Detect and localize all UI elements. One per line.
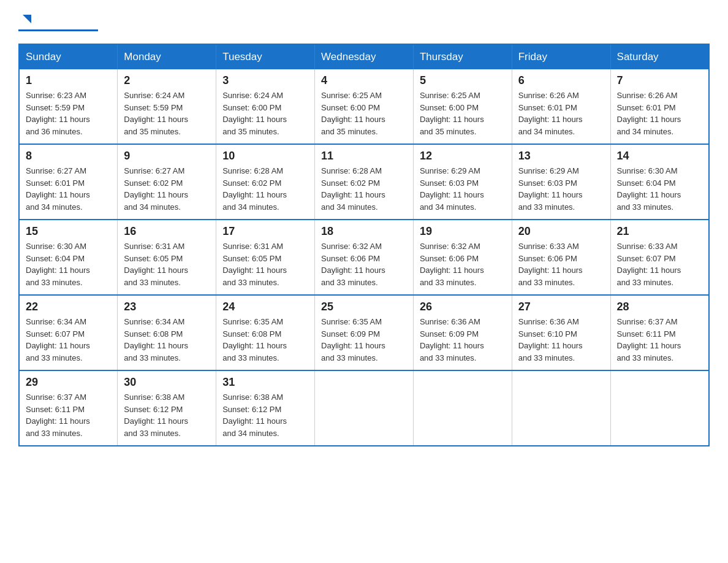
day-number: 2: [124, 74, 210, 87]
day-info: Sunrise: 6:29 AM Sunset: 6:03 PM Dayligh…: [420, 165, 506, 213]
header-row: SundayMondayTuesdayWednesdayThursdayFrid…: [19, 44, 709, 69]
logo: [18, 12, 98, 31]
week-row-5: 29 Sunrise: 6:37 AM Sunset: 6:11 PM Dayl…: [19, 370, 709, 446]
calendar-cell: [315, 370, 414, 446]
logo-arrow-icon: [20, 12, 34, 28]
day-number: 14: [617, 150, 702, 163]
day-info: Sunrise: 6:23 AM Sunset: 5:59 PM Dayligh…: [26, 90, 111, 137]
day-info: Sunrise: 6:36 AM Sunset: 6:09 PM Dayligh…: [420, 316, 506, 364]
day-number: 23: [124, 301, 210, 313]
day-info: Sunrise: 6:33 AM Sunset: 6:07 PM Dayligh…: [617, 240, 702, 288]
calendar-cell: 14 Sunrise: 6:30 AM Sunset: 6:04 PM Dayl…: [610, 144, 709, 220]
day-header-thursday: Thursday: [413, 44, 512, 69]
calendar-cell: 5 Sunrise: 6:25 AM Sunset: 6:00 PM Dayli…: [413, 69, 512, 144]
day-number: 18: [321, 225, 407, 238]
day-number: 27: [518, 301, 604, 313]
calendar-cell: 22 Sunrise: 6:34 AM Sunset: 6:07 PM Dayl…: [19, 295, 118, 370]
day-number: 10: [222, 150, 308, 163]
day-number: 30: [124, 376, 210, 389]
week-row-1: 1 Sunrise: 6:23 AM Sunset: 5:59 PM Dayli…: [19, 69, 709, 144]
day-number: 12: [420, 150, 506, 163]
day-number: 28: [617, 301, 702, 313]
day-number: 13: [518, 150, 604, 163]
logo-underline: [18, 29, 98, 31]
calendar-cell: 4 Sunrise: 6:25 AM Sunset: 6:00 PM Dayli…: [315, 69, 414, 144]
day-info: Sunrise: 6:36 AM Sunset: 6:10 PM Dayligh…: [518, 316, 604, 364]
calendar-cell: 27 Sunrise: 6:36 AM Sunset: 6:10 PM Dayl…: [512, 295, 610, 370]
day-info: Sunrise: 6:33 AM Sunset: 6:06 PM Dayligh…: [518, 240, 604, 288]
day-info: Sunrise: 6:30 AM Sunset: 6:04 PM Dayligh…: [26, 240, 111, 288]
calendar-cell: 30 Sunrise: 6:38 AM Sunset: 6:12 PM Dayl…: [118, 370, 216, 446]
calendar-cell: 8 Sunrise: 6:27 AM Sunset: 6:01 PM Dayli…: [19, 144, 118, 220]
day-info: Sunrise: 6:32 AM Sunset: 6:06 PM Dayligh…: [321, 240, 407, 288]
calendar-table: SundayMondayTuesdayWednesdayThursdayFrid…: [18, 44, 710, 446]
day-info: Sunrise: 6:24 AM Sunset: 6:00 PM Dayligh…: [222, 90, 308, 137]
calendar-cell: 7 Sunrise: 6:26 AM Sunset: 6:01 PM Dayli…: [610, 69, 709, 144]
calendar-cell: 15 Sunrise: 6:30 AM Sunset: 6:04 PM Dayl…: [19, 220, 118, 295]
calendar-cell: 25 Sunrise: 6:35 AM Sunset: 6:09 PM Dayl…: [315, 295, 414, 370]
day-number: 24: [222, 301, 308, 313]
week-row-3: 15 Sunrise: 6:30 AM Sunset: 6:04 PM Dayl…: [19, 220, 709, 295]
day-info: Sunrise: 6:27 AM Sunset: 6:02 PM Dayligh…: [124, 165, 210, 213]
day-info: Sunrise: 6:31 AM Sunset: 6:05 PM Dayligh…: [124, 240, 210, 288]
calendar-cell: 29 Sunrise: 6:37 AM Sunset: 6:11 PM Dayl…: [19, 370, 118, 446]
calendar-cell: 26 Sunrise: 6:36 AM Sunset: 6:09 PM Dayl…: [413, 295, 512, 370]
day-header-sunday: Sunday: [19, 44, 118, 69]
day-info: Sunrise: 6:35 AM Sunset: 6:08 PM Dayligh…: [222, 316, 308, 364]
day-number: 26: [420, 301, 506, 313]
day-info: Sunrise: 6:26 AM Sunset: 6:01 PM Dayligh…: [617, 90, 702, 137]
day-info: Sunrise: 6:26 AM Sunset: 6:01 PM Dayligh…: [518, 90, 604, 137]
calendar-cell: 23 Sunrise: 6:34 AM Sunset: 6:08 PM Dayl…: [118, 295, 216, 370]
calendar-cell: 28 Sunrise: 6:37 AM Sunset: 6:11 PM Dayl…: [610, 295, 709, 370]
day-number: 7: [617, 74, 702, 87]
calendar-cell: 19 Sunrise: 6:32 AM Sunset: 6:06 PM Dayl…: [413, 220, 512, 295]
day-info: Sunrise: 6:24 AM Sunset: 5:59 PM Dayligh…: [124, 90, 210, 137]
day-number: 25: [321, 301, 407, 313]
day-number: 19: [420, 225, 506, 238]
day-info: Sunrise: 6:37 AM Sunset: 6:11 PM Dayligh…: [26, 391, 111, 439]
day-info: Sunrise: 6:32 AM Sunset: 6:06 PM Dayligh…: [420, 240, 506, 288]
calendar-cell: 9 Sunrise: 6:27 AM Sunset: 6:02 PM Dayli…: [118, 144, 216, 220]
calendar-cell: 13 Sunrise: 6:29 AM Sunset: 6:03 PM Dayl…: [512, 144, 610, 220]
day-info: Sunrise: 6:27 AM Sunset: 6:01 PM Dayligh…: [26, 165, 111, 213]
calendar-cell: 17 Sunrise: 6:31 AM Sunset: 6:05 PM Dayl…: [216, 220, 315, 295]
day-info: Sunrise: 6:28 AM Sunset: 6:02 PM Dayligh…: [222, 165, 308, 213]
day-info: Sunrise: 6:37 AM Sunset: 6:11 PM Dayligh…: [617, 316, 702, 364]
day-info: Sunrise: 6:34 AM Sunset: 6:08 PM Dayligh…: [124, 316, 210, 364]
calendar-cell: 10 Sunrise: 6:28 AM Sunset: 6:02 PM Dayl…: [216, 144, 315, 220]
day-header-saturday: Saturday: [610, 44, 709, 69]
calendar-cell: 11 Sunrise: 6:28 AM Sunset: 6:02 PM Dayl…: [315, 144, 414, 220]
day-info: Sunrise: 6:35 AM Sunset: 6:09 PM Dayligh…: [321, 316, 407, 364]
day-info: Sunrise: 6:28 AM Sunset: 6:02 PM Dayligh…: [321, 165, 407, 213]
day-header-friday: Friday: [512, 44, 610, 69]
calendar-cell: 12 Sunrise: 6:29 AM Sunset: 6:03 PM Dayl…: [413, 144, 512, 220]
day-number: 22: [26, 301, 111, 313]
page-header: [18, 12, 710, 31]
calendar-body: 1 Sunrise: 6:23 AM Sunset: 5:59 PM Dayli…: [19, 69, 709, 446]
svg-marker-0: [23, 15, 31, 23]
day-info: Sunrise: 6:29 AM Sunset: 6:03 PM Dayligh…: [518, 165, 604, 213]
calendar-cell: [413, 370, 512, 446]
calendar-cell: 2 Sunrise: 6:24 AM Sunset: 5:59 PM Dayli…: [118, 69, 216, 144]
day-number: 17: [222, 225, 308, 238]
day-number: 31: [222, 376, 308, 389]
day-number: 6: [518, 74, 604, 87]
day-number: 20: [518, 225, 604, 238]
calendar-cell: 31 Sunrise: 6:38 AM Sunset: 6:12 PM Dayl…: [216, 370, 315, 446]
day-number: 16: [124, 225, 210, 238]
calendar-cell: 18 Sunrise: 6:32 AM Sunset: 6:06 PM Dayl…: [315, 220, 414, 295]
calendar-cell: 6 Sunrise: 6:26 AM Sunset: 6:01 PM Dayli…: [512, 69, 610, 144]
day-info: Sunrise: 6:25 AM Sunset: 6:00 PM Dayligh…: [420, 90, 506, 137]
day-header-tuesday: Tuesday: [216, 44, 315, 69]
week-row-2: 8 Sunrise: 6:27 AM Sunset: 6:01 PM Dayli…: [19, 144, 709, 220]
calendar-cell: 24 Sunrise: 6:35 AM Sunset: 6:08 PM Dayl…: [216, 295, 315, 370]
day-number: 5: [420, 74, 506, 87]
day-info: Sunrise: 6:25 AM Sunset: 6:00 PM Dayligh…: [321, 90, 407, 137]
day-number: 29: [26, 376, 111, 389]
day-info: Sunrise: 6:30 AM Sunset: 6:04 PM Dayligh…: [617, 165, 702, 213]
calendar-cell: 20 Sunrise: 6:33 AM Sunset: 6:06 PM Dayl…: [512, 220, 610, 295]
day-number: 8: [26, 150, 111, 163]
calendar-cell: 16 Sunrise: 6:31 AM Sunset: 6:05 PM Dayl…: [118, 220, 216, 295]
calendar-cell: 1 Sunrise: 6:23 AM Sunset: 5:59 PM Dayli…: [19, 69, 118, 144]
calendar-cell: 21 Sunrise: 6:33 AM Sunset: 6:07 PM Dayl…: [610, 220, 709, 295]
